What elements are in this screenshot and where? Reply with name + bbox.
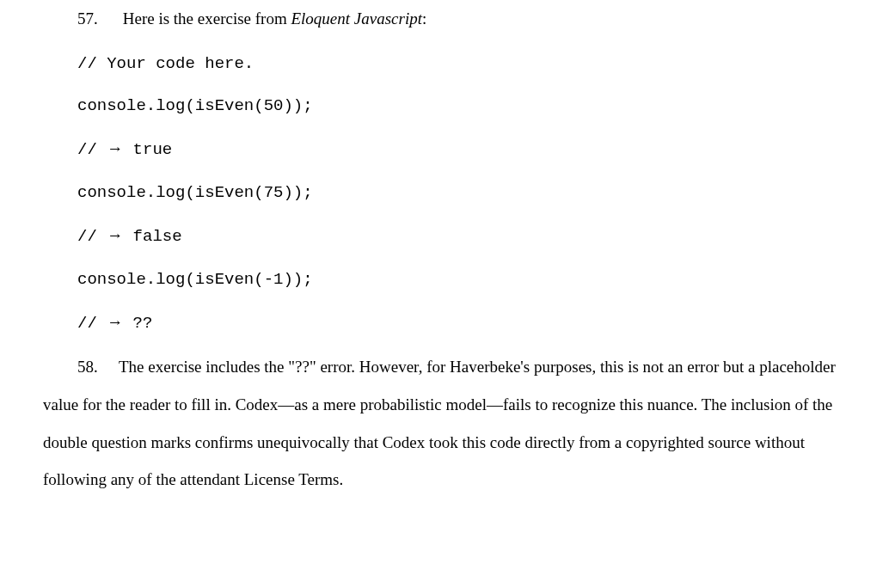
code-line-result-qq: // → ?? <box>77 301 846 345</box>
comment-prefix: // <box>77 314 107 333</box>
para-number: 57. <box>77 0 119 38</box>
paragraph-57: 57. Here is the exercise from Eloquent J… <box>77 0 846 38</box>
para-text-before: Here is the exercise from <box>123 9 291 28</box>
para-text-after: : <box>422 9 426 28</box>
paragraph-58: 58.The exercise includes the "??" error.… <box>43 348 846 499</box>
code-line-result-false: // → false <box>77 214 846 258</box>
result-value: true <box>123 140 172 159</box>
comment-prefix: // <box>77 140 107 159</box>
code-line-comment-your-code: // Your code here. <box>77 43 846 85</box>
result-value: ?? <box>123 314 152 333</box>
code-line-result-true: // → true <box>77 127 846 171</box>
para-text: The exercise includes the "??" error. Ho… <box>43 358 836 488</box>
arrow-icon: → <box>107 226 123 244</box>
book-title: Eloquent Javascript <box>291 9 422 28</box>
code-line-log-50: console.log(isEven(50)); <box>77 85 846 127</box>
code-line-log-75: console.log(isEven(75)); <box>77 172 846 214</box>
arrow-icon: → <box>107 313 123 331</box>
code-line-log-neg1: console.log(isEven(-1)); <box>77 259 846 301</box>
document-page: 57. Here is the exercise from Eloquent J… <box>0 0 889 588</box>
para-number: 58. <box>77 348 119 386</box>
arrow-icon: → <box>107 139 123 157</box>
comment-prefix: // <box>77 227 107 246</box>
result-value: false <box>123 227 181 246</box>
